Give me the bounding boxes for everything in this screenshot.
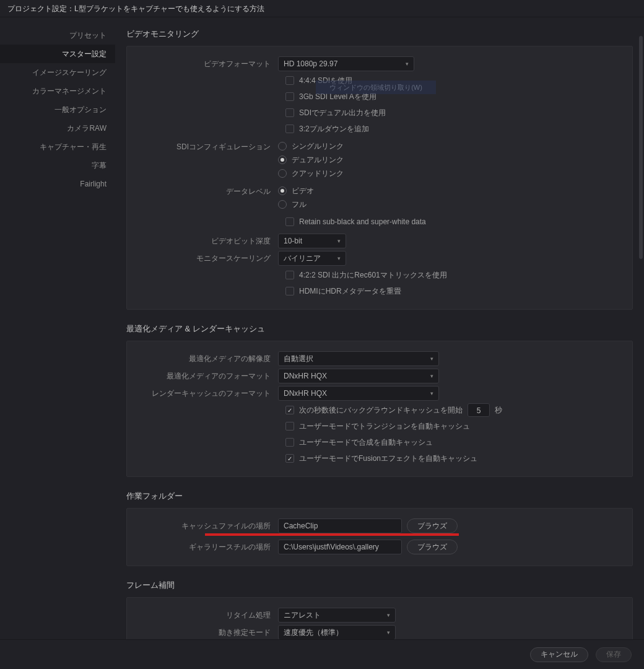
label-cache-format: レンダーキャッシュのフォーマット (137, 388, 278, 399)
label-opt-resolution: 最適化メディアの解像度 (137, 354, 278, 364)
radio-single-link[interactable] (278, 142, 287, 151)
footer: キャンセル 保存 (0, 639, 644, 669)
input-cache-location[interactable]: CacheClip (278, 518, 402, 533)
label-opt-format: 最適化メディアのフォーマット (137, 371, 278, 382)
sidebar-item-image-scaling[interactable]: イメージスケーリング (0, 63, 115, 82)
content-pane: ビデオモニタリング ビデオフォーマット HD 1080p 29.97 ▾ 4:4… (115, 17, 644, 639)
save-button[interactable]: 保存 (596, 647, 632, 662)
checkbox-auto-cache-transitions[interactable] (285, 422, 294, 431)
section-title-frame-interp: フレーム補間 (126, 580, 633, 591)
radio-dual-link[interactable] (278, 155, 287, 164)
select-opt-resolution[interactable]: 自動選択 ▾ (278, 351, 439, 366)
radio-data-full[interactable] (278, 200, 287, 209)
select-cache-format[interactable]: DNxHR HQX ▾ (278, 386, 439, 401)
select-video-format[interactable]: HD 1080p 29.97 ▾ (278, 56, 414, 71)
input-bg-seconds[interactable]: 5 (468, 403, 490, 417)
chevron-down-icon: ▾ (430, 390, 433, 396)
label-retain-subblack: Retain sub-black and super-white data (299, 217, 426, 226)
label-32-pulldown: 3:2プルダウンを追加 (299, 124, 369, 134)
browse-cache-button[interactable]: ブラウズ (407, 518, 458, 533)
chevron-down-icon: ▾ (337, 238, 341, 244)
checkbox-auto-cache-fusion[interactable] (285, 454, 294, 463)
label-cache-location: キャッシュファイルの場所 (137, 521, 278, 531)
chevron-down-icon: ▾ (430, 373, 433, 379)
chevron-down-icon: ▾ (387, 629, 390, 636)
section-title-work-folders: 作業フォルダー (126, 491, 633, 502)
label-data-level: データレベル (137, 184, 278, 197)
label-444-sdi: 4:4:4 SDIを使用 (299, 76, 352, 86)
checkbox-bg-cache[interactable] (285, 406, 294, 414)
sidebar-item-master-settings[interactable]: マスター設定 (0, 45, 115, 63)
highlight-underline (205, 533, 459, 536)
chevron-down-icon: ▾ (406, 61, 409, 67)
checkbox-dual-output[interactable] (285, 108, 294, 117)
label-gallery-location: ギャラリースチルの場所 (137, 542, 278, 553)
checkbox-retain-subblack[interactable] (285, 217, 294, 226)
scrollbar-thumb[interactable] (639, 36, 643, 259)
cancel-button[interactable]: キャンセル (530, 647, 588, 662)
label-retime: リタイム処理 (137, 610, 278, 621)
select-motion-mode[interactable]: 速度優先（標準） ▾ (278, 625, 396, 639)
label-bit-depth: ビデオビット深度 (137, 236, 278, 247)
radio-data-video[interactable] (278, 186, 287, 195)
panel-video-monitoring: ビデオフォーマット HD 1080p 29.97 ▾ 4:4:4 SDIを使用 … (126, 46, 633, 310)
sidebar-item-subtitles[interactable]: 字幕 (0, 156, 115, 175)
label-sdi-config: SDIコンフィギュレーション (137, 139, 278, 152)
section-title-video-monitoring: ビデオモニタリング (126, 28, 633, 40)
checkbox-422-rec601[interactable] (285, 271, 294, 279)
label-dual-output: SDIでデュアル出力を使用 (299, 108, 386, 118)
panel-work-folders: キャッシュファイルの場所 CacheClip ブラウズ ギャラリースチルの場所 … (126, 508, 633, 566)
browse-gallery-button[interactable]: ブラウズ (407, 540, 458, 554)
radio-quad-link[interactable] (278, 169, 287, 178)
sidebar-item-capture-playback[interactable]: キャプチャー・再生 (0, 138, 115, 156)
label-motion-mode: 動き推定モード (137, 627, 278, 638)
sidebar: プリセット マスター設定 イメージスケーリング カラーマネージメント 一般オプシ… (0, 17, 115, 639)
select-opt-format[interactable]: DNxHR HQX ▾ (278, 369, 439, 383)
select-retime[interactable]: ニアレスト ▾ (278, 608, 396, 623)
sidebar-item-camera-raw[interactable]: カメラRAW (0, 119, 115, 138)
panel-frame-interp: リタイム処理 ニアレスト ▾ 動き推定モード 速度優先（標準） ▾ 動きの範囲 … (126, 597, 633, 639)
chevron-down-icon: ▾ (430, 356, 433, 362)
window-title: プロジェクト設定：L型ブラケットをキャプチャーでも使えるようにする方法 (0, 0, 644, 17)
label-video-format: ビデオフォーマット (137, 59, 278, 69)
chevron-down-icon: ▾ (387, 612, 390, 618)
checkbox-32-pulldown[interactable] (285, 125, 294, 133)
checkbox-auto-cache-composites[interactable] (285, 438, 294, 447)
select-monitor-scaling[interactable]: バイリニア ▾ (278, 251, 346, 266)
label-3gb-sdi: 3Gb SDI Level Aを使用 (299, 92, 376, 102)
select-bit-depth[interactable]: 10-bit ▾ (278, 234, 346, 248)
section-title-optimized: 最適化メディア & レンダーキャッシュ (126, 323, 633, 334)
checkbox-3gb-sdi[interactable] (285, 92, 294, 101)
sidebar-item-fairlight[interactable]: Fairlight (0, 175, 115, 193)
sidebar-item-presets[interactable]: プリセット (0, 26, 115, 45)
chevron-down-icon: ▾ (337, 255, 341, 261)
sidebar-item-general-options[interactable]: 一般オプション (0, 100, 115, 119)
checkbox-444-sdi[interactable] (285, 76, 294, 85)
panel-optimized: 最適化メディアの解像度 自動選択 ▾ 最適化メディアのフォーマット DNxHR … (126, 341, 633, 477)
label-monitor-scaling: モニタースケーリング (137, 253, 278, 264)
sidebar-item-color-management[interactable]: カラーマネージメント (0, 82, 115, 100)
input-gallery-location[interactable]: C:\Users\justf\Videos\.gallery (278, 540, 402, 554)
checkbox-hdmi-hdr[interactable] (285, 287, 294, 295)
